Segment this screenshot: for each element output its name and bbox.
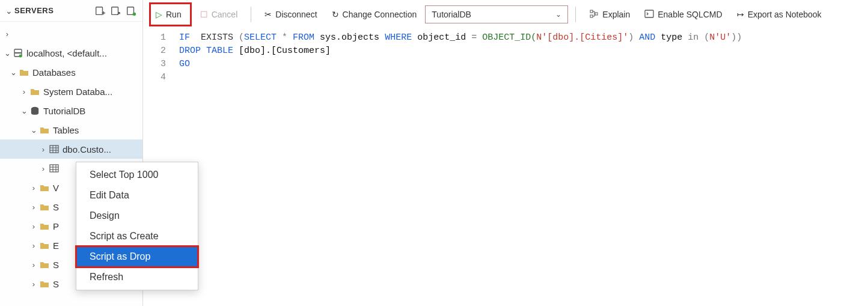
sql-editor[interactable]: 1 2 3 4 IF EXISTS (SELECT * FROM sys.obj… (143, 29, 868, 306)
folder-label: S (53, 202, 59, 212)
chevron-down-icon: ⌄ (19, 106, 29, 115)
svg-rect-15 (50, 165, 58, 172)
line-number: 3 (143, 58, 166, 71)
table-node-customers[interactable]: › dbo.Custo... (0, 139, 142, 159)
folder-icon (38, 126, 50, 134)
chevron-down-icon: ⌄ (2, 49, 12, 58)
menu-design[interactable]: Design (76, 206, 198, 226)
folder-icon (29, 87, 41, 96)
folder-label: E (53, 240, 59, 251)
table-context-menu: Select Top 1000 Edit Data Design Script … (76, 162, 198, 290)
svg-rect-10 (50, 145, 58, 153)
svg-rect-23 (645, 10, 653, 17)
disconnect-icon: ✂ (264, 10, 272, 19)
export-icon: ↦ (737, 10, 744, 19)
chevron-right-icon: › (29, 260, 38, 269)
svg-rect-20 (590, 10, 593, 13)
line-number: 2 (143, 44, 166, 58)
table-icon (48, 145, 60, 153)
explain-label: Explain (602, 10, 630, 19)
chevron-down-icon: ⌄ (29, 126, 38, 135)
enable-sqlcmd-button[interactable]: Enable SQLCMD (638, 5, 728, 23)
folder-icon (38, 203, 50, 211)
tree-root-placeholder[interactable]: › (0, 24, 142, 43)
explain-icon (589, 9, 599, 20)
change-connection-button[interactable]: ↻ Change Connection (326, 5, 423, 23)
folder-icon (38, 280, 50, 288)
sidebar-header: ⌄ SERVERS (0, 0, 142, 22)
chevron-down-icon: ⌄ (8, 68, 18, 77)
table-label: dbo.Custo... (63, 144, 111, 155)
new-server-group-icon[interactable] (108, 3, 123, 19)
table-icon (48, 164, 60, 173)
play-icon: ▷ (156, 10, 162, 19)
sqlcmd-icon (644, 9, 654, 20)
enable-sqlcmd-label: Enable SQLCMD (658, 10, 722, 19)
menu-script-as-drop[interactable]: Script as Drop (76, 246, 198, 267)
line-number: 1 (143, 31, 166, 44)
svg-rect-4 (127, 7, 134, 14)
chevron-right-icon: › (38, 164, 48, 173)
chevron-right-icon: › (29, 280, 38, 289)
folder-label: V (53, 183, 59, 193)
stop-icon: ☐ (200, 10, 208, 19)
folder-icon (38, 241, 50, 249)
refresh-icon: ↻ (332, 10, 339, 19)
database-select-value: TutorialDB (432, 10, 471, 19)
chevron-down-icon[interactable]: ⌄ (5, 6, 13, 16)
chevron-down-icon: ⌄ (555, 10, 561, 19)
system-databases-label: System Databa... (43, 87, 112, 97)
export-notebook-button[interactable]: ↦ Export as Notebook (731, 5, 828, 23)
change-connection-label: Change Connection (343, 10, 417, 19)
cancel-label: Cancel (212, 10, 238, 19)
svg-rect-6 (14, 49, 22, 53)
folder-icon (38, 222, 50, 230)
run-button[interactable]: ▷ Run (151, 5, 189, 23)
editor-toolbar: ▷ Run ☐ Cancel ✂ Disconnect ↻ Change Con… (143, 0, 868, 29)
tables-node[interactable]: ⌄ Tables (0, 120, 142, 139)
folder-label: P (53, 221, 59, 231)
active-connections-icon[interactable] (123, 3, 139, 19)
svg-rect-3 (112, 7, 118, 14)
svg-point-5 (133, 12, 136, 15)
server-node[interactable]: ⌄ localhost, <default... (0, 43, 142, 63)
server-icon (12, 48, 24, 58)
chevron-right-icon: › (29, 203, 38, 212)
tutorialdb-node[interactable]: ⌄ TutorialDB (0, 101, 142, 120)
system-databases-node[interactable]: › System Databa... (0, 82, 142, 101)
chevron-right-icon: › (29, 241, 38, 250)
menu-select-top-1000[interactable]: Select Top 1000 (76, 165, 198, 185)
database-icon (29, 106, 41, 115)
database-select[interactable]: TutorialDB ⌄ (425, 5, 568, 23)
editor-code[interactable]: IF EXISTS (SELECT * FROM sys.objects WHE… (174, 29, 742, 306)
folder-label: S (53, 260, 59, 270)
toolbar-separator (251, 7, 251, 22)
export-notebook-label: Export as Notebook (748, 10, 822, 19)
folder-icon (18, 68, 30, 76)
explain-button[interactable]: Explain (583, 5, 636, 23)
toolbar-separator (575, 7, 576, 22)
databases-label: Databases (32, 67, 76, 78)
tutorialdb-label: TutorialDB (43, 106, 85, 116)
databases-node[interactable]: ⌄ Databases (0, 63, 142, 82)
cancel-button[interactable]: ☐ Cancel (194, 5, 244, 23)
svg-rect-0 (96, 7, 103, 14)
folder-icon (38, 183, 50, 192)
tables-label: Tables (53, 125, 79, 135)
menu-edit-data[interactable]: Edit Data (76, 185, 198, 206)
new-connection-icon[interactable] (92, 3, 108, 19)
folder-label: S (53, 279, 59, 289)
menu-refresh[interactable]: Refresh (76, 267, 198, 287)
chevron-right-icon: › (19, 87, 29, 96)
folder-icon (38, 260, 50, 269)
server-label: localhost, <default... (26, 48, 107, 58)
svg-point-8 (19, 55, 22, 58)
menu-script-as-create[interactable]: Script as Create (76, 226, 198, 246)
disconnect-button[interactable]: ✂ Disconnect (258, 5, 323, 23)
chevron-right-icon: › (29, 183, 38, 192)
chevron-right-icon: › (29, 222, 38, 231)
chevron-right-icon: › (38, 145, 48, 154)
disconnect-label: Disconnect (275, 10, 317, 19)
svg-rect-22 (595, 13, 598, 15)
run-label: Run (166, 10, 182, 19)
